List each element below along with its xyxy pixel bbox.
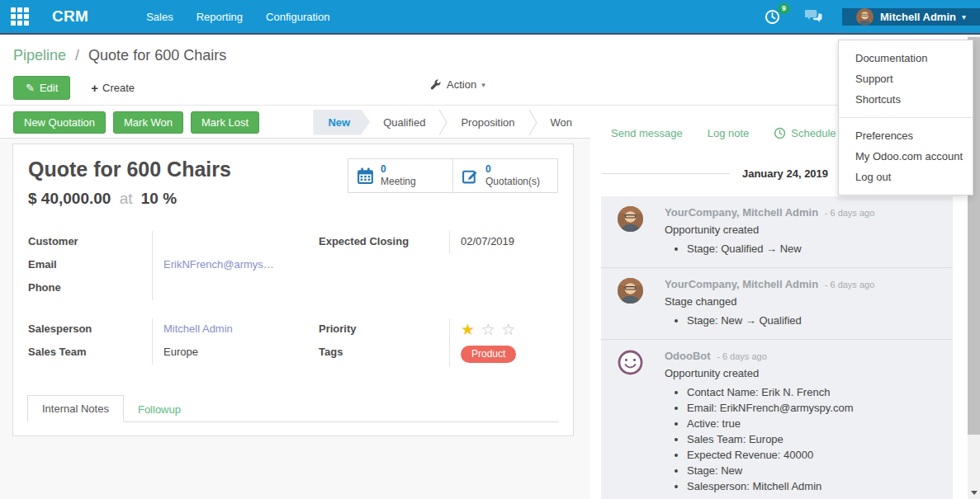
- message-body: Stage changed: [665, 295, 944, 308]
- message-timestamp: - 6 days ago: [717, 351, 767, 361]
- priority-star-2[interactable]: ☆: [481, 321, 495, 338]
- tracking-value: Salesperson: Mitchell Admin: [687, 479, 944, 493]
- log-note-button[interactable]: Log note: [708, 127, 750, 139]
- form-column: New Quotation Mark Won Mark Lost New Qua…: [0, 106, 590, 499]
- edit-button[interactable]: ✎ Edit: [13, 76, 70, 100]
- opportunity-title: Quote for 600 Chairs: [28, 158, 231, 181]
- tracking-value: Expected Revenue: 40000: [687, 448, 944, 462]
- user-avatar: [856, 8, 873, 26]
- menu-item-support[interactable]: Support: [839, 68, 973, 89]
- plus-icon: +: [91, 81, 98, 95]
- revenue-probability: 10 %: [141, 190, 177, 207]
- priority-label: Priority: [319, 318, 449, 341]
- message-tracking-values: Contact Name: Erik N. French Email: Erik…: [665, 385, 944, 493]
- expected-closing-field[interactable]: 02/07/2019: [449, 231, 558, 254]
- form-area: Quote for 600 Chairs $ 40,000.00 at 10 %: [0, 139, 590, 499]
- menu-item-my-odoo-account[interactable]: My Odoo.com account: [839, 146, 973, 167]
- new-quotation-button[interactable]: New Quotation: [13, 111, 106, 134]
- top-navbar: CRM Sales Reporting Configuration 9 Mitc…: [0, 0, 980, 35]
- salesperson-label: Salesperson: [28, 318, 152, 341]
- action-dropdown[interactable]: Action ▾: [430, 78, 485, 91]
- avatar[interactable]: [618, 278, 643, 304]
- message-author[interactable]: YourCompany, Mitchell Admin: [665, 278, 818, 290]
- message-author[interactable]: OdooBot: [665, 350, 711, 362]
- tracking-value: Stage: Qualified → New: [687, 242, 944, 256]
- navbar-spacer: [341, 0, 765, 33]
- wrench-icon: [430, 79, 442, 91]
- menu-item-shortcuts[interactable]: Shortcuts: [839, 89, 973, 110]
- control-panel-buttons: ✎ Edit + Create Action ▾: [13, 73, 967, 101]
- tags-field: Product: [449, 341, 558, 368]
- tracking-value: Email: ErikNFrench@armyspy.com: [687, 401, 944, 415]
- notebook-tabs: Internal Notes Followup: [27, 395, 559, 422]
- expected-closing-label: Expected Closing: [319, 231, 449, 254]
- priority-star-3[interactable]: ☆: [501, 321, 515, 338]
- chevron-down-icon: ▾: [481, 81, 485, 89]
- odoobot-avatar[interactable]: [618, 350, 643, 375]
- salesperson-field[interactable]: Mitchell Admin: [152, 318, 307, 341]
- app-brand[interactable]: CRM: [52, 7, 88, 26]
- revenue-amount: $ 40,000.00: [28, 190, 111, 207]
- stage-chevron-icon: [438, 110, 447, 135]
- send-message-button[interactable]: Send message: [611, 127, 683, 139]
- meeting-stat-button[interactable]: 0 Meeting: [348, 158, 453, 193]
- stage-new[interactable]: New: [313, 110, 370, 135]
- sales-team-label: Sales Team: [28, 341, 152, 365]
- mark-lost-button[interactable]: Mark Lost: [191, 111, 259, 134]
- create-button[interactable]: + Create: [91, 81, 135, 95]
- statusbar: New Quotation Mark Won Mark Lost New Qua…: [0, 106, 590, 139]
- message-timestamp: - 6 days ago: [825, 208, 875, 218]
- meeting-label: Meeting: [381, 176, 416, 188]
- quotations-label: Quotation(s): [485, 176, 540, 188]
- sales-team-field[interactable]: Europe: [152, 341, 307, 365]
- main-content: New Quotation Mark Won Mark Lost New Qua…: [0, 106, 980, 499]
- nav-item-sales[interactable]: Sales: [135, 11, 185, 23]
- messages-icon[interactable]: [805, 9, 822, 24]
- stage-qualified[interactable]: Qualified: [370, 110, 438, 135]
- activity-clock-icon[interactable]: 9: [765, 9, 780, 25]
- meeting-count: 0: [381, 163, 416, 176]
- user-menu-toggle[interactable]: Mitchell Admin ▾: [842, 8, 980, 26]
- field-group-1: Customer Email ErikNFrench@armys… Phone: [28, 231, 558, 300]
- form-sheet: Quote for 600 Chairs $ 40,000.00 at 10 %: [12, 144, 574, 436]
- priority-field: ★ ☆ ☆: [449, 318, 558, 341]
- tag-product[interactable]: Product: [461, 346, 516, 364]
- field-group-2: Salesperson Mitchell Admin Sales Team Eu…: [28, 318, 558, 368]
- stage-won[interactable]: Won: [537, 110, 586, 135]
- menu-item-preferences[interactable]: Preferences: [839, 125, 973, 146]
- avatar[interactable]: [618, 206, 643, 232]
- email-label: Email: [28, 254, 152, 277]
- stat-button-box: 0 Meeting 0 Quotation(s): [348, 158, 558, 193]
- menu-item-log-out[interactable]: Log out: [839, 167, 973, 187]
- arrow-down-icon: [971, 491, 978, 495]
- scrollbar-down-button[interactable]: [968, 487, 980, 499]
- breadcrumb-pipeline-link[interactable]: Pipeline: [13, 47, 66, 64]
- mark-won-button[interactable]: Mark Won: [113, 111, 183, 134]
- tracking-value: Stage: New: [687, 464, 944, 478]
- email-field[interactable]: ErikNFrench@armys…: [152, 254, 307, 277]
- calendar-icon: [357, 167, 374, 185]
- nav-item-configuration[interactable]: Configuration: [254, 11, 341, 23]
- phone-field[interactable]: [152, 277, 307, 300]
- breadcrumb: Pipeline / Quote for 600 Chairs: [13, 47, 967, 64]
- message-author[interactable]: YourCompany, Mitchell Admin: [665, 206, 818, 219]
- message-tracking-values: Stage: New → Qualified: [665, 313, 944, 327]
- menu-divider: [839, 117, 973, 118]
- chevron-down-icon: ▾: [962, 12, 966, 21]
- tracking-value: Contact Name: Erik N. French: [687, 385, 944, 399]
- stage-chevron-icon: [528, 110, 537, 135]
- activity-count-badge: 9: [778, 3, 790, 14]
- customer-field[interactable]: [152, 231, 307, 254]
- systray: 9 Mitchell Admin ▾: [765, 0, 980, 33]
- tab-followup[interactable]: Followup: [124, 397, 195, 422]
- stage-proposition[interactable]: Proposition: [447, 110, 528, 135]
- priority-star-1[interactable]: ★: [461, 321, 475, 338]
- apps-menu-icon[interactable]: [11, 7, 29, 26]
- menu-item-documentation[interactable]: Documentation: [839, 48, 973, 68]
- user-name: Mitchell Admin: [880, 11, 956, 23]
- crm-app-window: CRM Sales Reporting Configuration 9 Mitc…: [0, 0, 980, 499]
- tab-internal-notes[interactable]: Internal Notes: [27, 395, 124, 422]
- quotation-pencil-icon: [462, 167, 479, 185]
- quotations-stat-button[interactable]: 0 Quotation(s): [452, 158, 558, 193]
- nav-item-reporting[interactable]: Reporting: [185, 11, 254, 23]
